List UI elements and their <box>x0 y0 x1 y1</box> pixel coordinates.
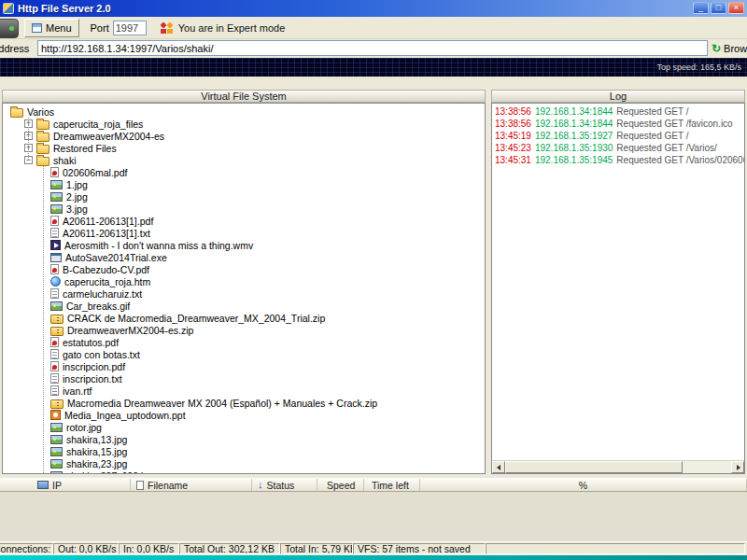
computer-icon <box>37 481 49 489</box>
log-entry: 13:45:31192.168.1.35:1945Requested GET /… <box>492 154 744 166</box>
tree-file-row[interactable]: estatutos.pdf <box>3 336 485 348</box>
tree-file-row[interactable]: DreamweaverMX2004-es.zip <box>3 324 485 336</box>
window-title: Http File Server 2.0 <box>18 3 111 14</box>
tree-item-label: AutoSave2014Trial.exe <box>65 252 167 263</box>
tree-item-label: Varios <box>27 106 54 118</box>
tree-item-label: shakira,23.jpg <box>66 458 127 469</box>
tree-file-row[interactable]: carmelucharuiz.txt <box>3 287 485 300</box>
scroll-right-arrow-icon[interactable] <box>731 461 744 473</box>
vfs-tree: Varios+caperucita_roja_files+Dreamweaver… <box>3 104 485 473</box>
tree-folder-row[interactable]: +Restored Files <box>3 142 485 154</box>
folder-icon <box>36 157 49 166</box>
tree-file-row[interactable]: gato con botas.txt <box>3 348 485 360</box>
tree-item-label: B-Cabezudo-CV.pdf <box>63 264 149 275</box>
tree-folder-row[interactable]: −shaki <box>3 154 485 166</box>
column-header-status[interactable]: ↓Status <box>252 479 317 491</box>
pdf-icon <box>50 337 59 347</box>
folder-icon <box>36 120 49 130</box>
tree-file-row[interactable]: Media_Ingea_uptodown.ppt <box>3 409 485 421</box>
log-message: Requested GET /Varios/ <box>616 143 716 153</box>
log-entry: 13:45:23192.168.1.35:1930Requested GET /… <box>492 142 744 154</box>
tree-file-row[interactable]: ivan.rtf <box>3 385 485 397</box>
column-header-label: Filename <box>148 480 188 491</box>
tree-file-row[interactable]: shakira,23.jpg <box>3 457 485 469</box>
tree-file-row[interactable]: shakira,13.jpg <box>3 433 485 445</box>
close-button[interactable]: × <box>728 2 744 14</box>
log-ip: 192.168.1.34:1844 <box>535 106 613 117</box>
tree-file-row[interactable]: rotor.jpg <box>3 421 485 433</box>
tree-folder-row[interactable]: +DreamweaverMX2004-es <box>3 130 485 142</box>
tree-item-label: inscripcion.txt <box>63 373 122 385</box>
tree-folder-row[interactable]: +caperucita_roja_files <box>3 118 485 130</box>
column-header-ip[interactable]: IP <box>0 479 131 491</box>
menu-button[interactable]: Menu <box>24 19 79 37</box>
tree-item-label: shakira,15.jpg <box>66 446 127 457</box>
tree-file-row[interactable]: Aerosmith - I don't wanna miss a thing.w… <box>3 239 485 251</box>
tree-item-label: inscripcion.pdf <box>63 361 125 372</box>
zip-icon <box>50 399 63 409</box>
pdf-icon <box>50 264 59 274</box>
menu-icon <box>32 23 42 33</box>
toolbar: Menu Port You are in Expert mode <box>0 17 747 39</box>
tree-file-row[interactable]: 2.jpg <box>3 190 485 203</box>
scroll-thumb[interactable] <box>505 461 683 473</box>
power-button[interactable] <box>0 19 19 38</box>
log-ip: 192.168.1.35:1945 <box>535 155 613 165</box>
address-input[interactable] <box>37 40 708 56</box>
column-header-percent[interactable]: % <box>420 479 747 491</box>
tree-file-row[interactable]: A20611-20613[1].pdf <box>3 215 485 227</box>
tree-file-row[interactable]: inscripcion.pdf <box>3 360 485 372</box>
tree-file-row[interactable]: AutoSave2014Trial.exe <box>3 251 485 263</box>
minimize-button[interactable]: _ <box>693 2 709 14</box>
ppt-icon <box>50 410 61 420</box>
column-header-filename[interactable]: Filename <box>131 479 252 491</box>
jpg-icon <box>50 423 63 432</box>
tree-file-row[interactable]: shakira,15.jpg <box>3 445 485 457</box>
titlebar[interactable]: Http File Server 2.0 _ □ × <box>0 0 747 17</box>
log-message: Requested GET /Varios/020606mal.pdf <box>616 155 744 165</box>
tree-item-label: 020606mal.pdf <box>63 167 127 178</box>
log-panel-header: Log <box>491 90 745 103</box>
column-header-label: Speed <box>327 480 355 491</box>
txt-icon <box>50 288 59 299</box>
log-time: 13:38:56 <box>495 106 531 117</box>
tree-file-row[interactable]: A20611-20613[1].txt <box>3 227 485 239</box>
expert-mode-icon <box>160 22 174 34</box>
maximize-button[interactable]: □ <box>711 2 726 14</box>
window-controls: _ □ × <box>693 2 744 14</box>
pdf-icon <box>50 167 59 177</box>
tree-file-row[interactable]: inscripcion.txt <box>3 372 485 385</box>
tree-file-row[interactable]: 1.jpg <box>3 178 485 190</box>
log-horizontal-scrollbar[interactable] <box>492 460 744 473</box>
log-message: Requested GET / <box>616 106 688 117</box>
log-entry: 13:45:19192.168.1.35:1927Requested GET / <box>492 130 744 142</box>
tree-item-label: carmelucharuiz.txt <box>63 288 142 300</box>
log-time: 13:45:19 <box>495 131 531 141</box>
jpg-icon <box>50 204 63 214</box>
tree-item-label: gato con botas.txt <box>63 349 140 360</box>
tree-file-row[interactable]: CRACK de Macromedia_Dreamweaver_MX_2004_… <box>3 312 485 324</box>
tree-item-label: Aerosmith - I don't wanna miss a thing.w… <box>64 240 253 251</box>
browse-button[interactable]: ↻ Browse <box>712 41 747 56</box>
scroll-left-arrow-icon[interactable] <box>492 461 505 473</box>
log-ip: 192.168.1.35:1930 <box>535 143 613 153</box>
tree-file-row[interactable]: 020606mal.pdf <box>3 166 485 178</box>
tree-item-label: Media_Ingea_uptodown.ppt <box>64 410 186 421</box>
tree-folder-row[interactable]: Varios <box>3 105 485 118</box>
tree-file-row[interactable]: Macromedia Dreamweaver MX 2004 (Español)… <box>3 397 485 409</box>
menu-label: Menu <box>46 22 72 34</box>
wmv-icon <box>50 240 61 250</box>
tree-item-label: DreamweaverMX2004-es <box>53 131 164 142</box>
tree-file-row[interactable]: shakira,397x600.jpg <box>3 469 485 473</box>
port-input[interactable] <box>113 21 147 35</box>
tree-file-row[interactable]: B-Cabezudo-CV.pdf <box>3 263 485 275</box>
jpg-icon <box>50 471 63 473</box>
tree-file-row[interactable]: Car_breaks.gif <box>3 300 485 312</box>
column-header-speed[interactable]: Speed <box>317 479 364 491</box>
folder-icon <box>10 108 23 118</box>
column-header-time_left[interactable]: Time left <box>364 479 420 491</box>
jpg-icon <box>50 447 63 456</box>
tree-file-row[interactable]: caperucita_roja.htm <box>3 275 485 287</box>
folder-icon <box>36 133 49 142</box>
tree-file-row[interactable]: 3.jpg <box>3 203 485 215</box>
